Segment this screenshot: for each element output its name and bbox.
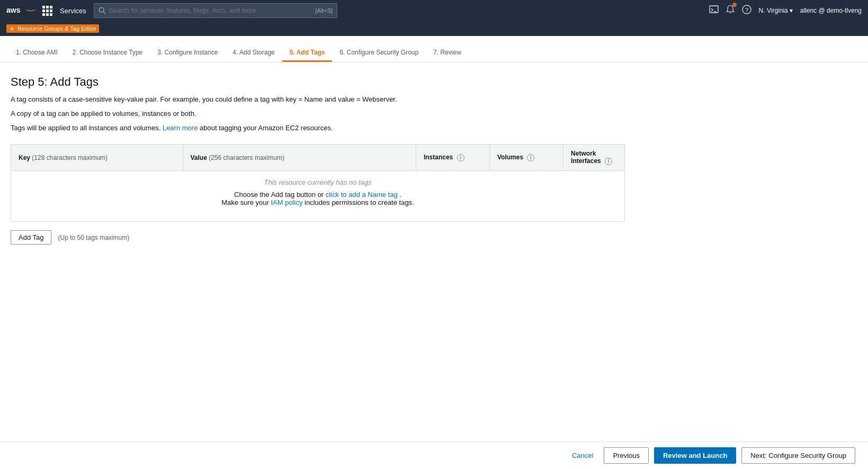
- page-desc-3: Tags will be applied to all instances an…: [11, 123, 857, 134]
- grid-icon[interactable]: [42, 6, 52, 16]
- network-info-icon[interactable]: i: [605, 158, 612, 165]
- step-add-storage[interactable]: 4. Add Storage: [225, 49, 282, 62]
- learn-more-link[interactable]: Learn more: [163, 124, 198, 132]
- step-review[interactable]: 7. Review: [426, 49, 469, 62]
- wizard-steps: 1. Choose AMI 2. Choose Instance Type 3.…: [0, 36, 868, 62]
- bell-icon[interactable]: [726, 5, 735, 16]
- col-header-instances: Instances i: [416, 145, 489, 171]
- terminal-icon[interactable]: [709, 5, 719, 16]
- col-header-value: Value (256 characters maximum): [183, 145, 416, 171]
- services-button[interactable]: Services: [57, 5, 90, 17]
- svg-text:R: R: [11, 26, 14, 31]
- page-desc-2: A copy of a tag can be applied to volume…: [11, 109, 857, 120]
- step-configure-security-group[interactable]: 6. Configure Security Group: [332, 49, 426, 62]
- col-header-volumes: Volumes i: [490, 145, 563, 171]
- search-icon: [99, 7, 106, 14]
- resource-groups-breadcrumb[interactable]: R Resource Groups & Tag Editor: [6, 24, 99, 33]
- iam-policy-link[interactable]: IAM policy: [271, 199, 302, 206]
- region-label: N. Virginia: [759, 7, 788, 14]
- search-input[interactable]: [109, 7, 315, 14]
- main-content: Step 5: Add Tags A tag consists of a cas…: [0, 62, 868, 287]
- search-shortcut: [Alt+S]: [315, 7, 333, 14]
- step-configure-instance[interactable]: 3. Configure Instance: [150, 49, 225, 62]
- step-choose-instance-type[interactable]: 2. Choose Instance Type: [65, 49, 150, 62]
- region-selector[interactable]: N. Virginia ▾: [759, 7, 793, 14]
- user-menu[interactable]: allenc @ demo-tlveng: [800, 7, 862, 14]
- aws-logo[interactable]: aws: [6, 5, 36, 16]
- col-key-hint: (128 characters maximum): [32, 154, 108, 161]
- page-desc-1: A tag consists of a case-sensitive key-v…: [11, 94, 857, 105]
- add-tag-button[interactable]: Add Tag: [11, 230, 51, 245]
- top-navigation: aws Services [Alt+S]: [0, 0, 868, 21]
- empty-state-row: This resource currently has no tags Choo…: [11, 171, 625, 222]
- instances-info-icon[interactable]: i: [457, 154, 464, 161]
- step-add-tags[interactable]: 5. Add Tags: [282, 49, 333, 62]
- region-chevron-icon: ▾: [790, 7, 793, 14]
- breadcrumb-label: Resource Groups & Tag Editor: [17, 25, 96, 32]
- page-title: Step 5: Add Tags: [11, 75, 857, 89]
- topnav-right: ? N. Virginia ▾ allenc @ demo-tlveng: [709, 5, 862, 16]
- click-to-add-name-tag-link[interactable]: click to add a Name tag: [326, 191, 398, 199]
- svg-line-2: [103, 12, 105, 14]
- add-tag-note: (Up to 50 tags maximum): [58, 234, 129, 241]
- svg-text:?: ?: [745, 7, 748, 13]
- breadcrumb-bar: R Resource Groups & Tag Editor: [0, 21, 868, 36]
- col-header-key: Key (128 characters maximum): [11, 145, 183, 171]
- step-choose-ami[interactable]: 1. Choose AMI: [8, 49, 65, 62]
- search-bar: [Alt+S]: [94, 3, 337, 18]
- svg-text:aws: aws: [6, 6, 21, 14]
- tags-table: Key (128 characters maximum) Value (256 …: [11, 144, 625, 222]
- svg-point-1: [99, 7, 104, 12]
- col-header-network-interfaces: Network Interfaces i: [563, 145, 625, 171]
- notification-badge: [732, 3, 737, 7]
- volumes-info-icon[interactable]: i: [527, 154, 534, 161]
- empty-message: This resource currently has no tags: [19, 178, 617, 186]
- empty-instructions: Choose the Add tag button or click to ad…: [19, 186, 617, 214]
- add-tag-area: Add Tag (Up to 50 tags maximum): [11, 230, 857, 245]
- help-icon[interactable]: ?: [742, 5, 751, 16]
- col-value-hint: (256 characters maximum): [209, 154, 284, 161]
